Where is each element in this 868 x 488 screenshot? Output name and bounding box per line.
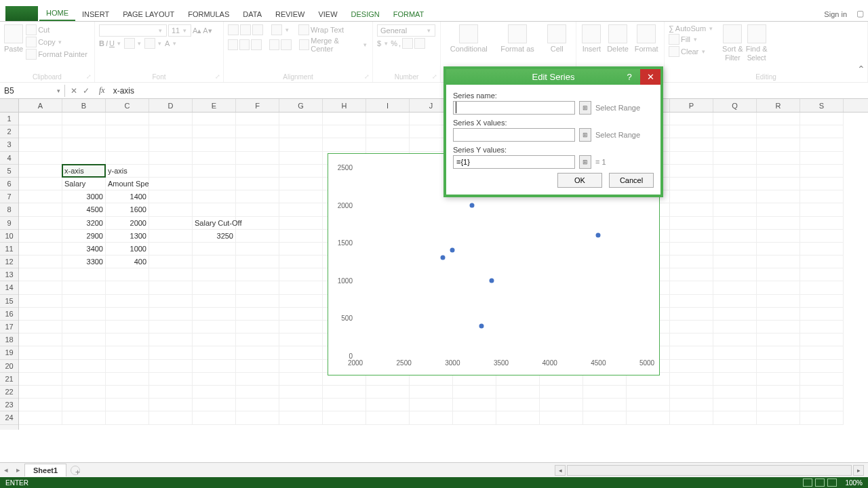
cell[interactable] [193, 243, 236, 256]
cell[interactable] [757, 152, 800, 165]
cell[interactable] [106, 333, 149, 346]
cell[interactable] [149, 243, 193, 256]
cancel-button[interactable]: Cancel [609, 173, 654, 188]
cell[interactable] [800, 178, 844, 190]
ok-button[interactable]: OK [557, 173, 602, 188]
border-button[interactable] [124, 38, 135, 49]
cell[interactable] [106, 346, 149, 359]
cell[interactable] [62, 113, 106, 125]
increase-font-icon[interactable]: A▴ [193, 26, 201, 35]
orientation-icon[interactable] [271, 24, 282, 35]
cell[interactable] [279, 190, 323, 203]
cell[interactable] [323, 113, 366, 125]
paste-button[interactable]: Paste [4, 45, 23, 53]
cell[interactable]: 3000 [62, 190, 106, 203]
cell[interactable] [279, 386, 323, 399]
cell[interactable] [106, 281, 149, 294]
cell[interactable] [62, 295, 106, 308]
font-size-combo[interactable]: 11▾ [168, 24, 191, 37]
cell[interactable] [236, 333, 279, 346]
cell[interactable] [106, 152, 149, 165]
cell[interactable] [323, 386, 366, 399]
find-select-button[interactable]: Find & [746, 45, 768, 53]
increase-decimal-icon[interactable] [402, 38, 413, 49]
decrease-decimal-icon[interactable] [414, 38, 425, 49]
chart-point[interactable] [450, 248, 455, 253]
cell[interactable] [279, 373, 323, 386]
cell[interactable] [757, 138, 800, 151]
cell[interactable]: 2900 [62, 230, 106, 243]
cell[interactable] [410, 411, 453, 424]
cell[interactable] [670, 281, 713, 294]
cell[interactable] [62, 321, 106, 333]
cell[interactable] [670, 125, 713, 138]
cell[interactable] [323, 411, 366, 424]
cell[interactable] [757, 411, 800, 424]
cell[interactable] [236, 268, 279, 281]
cell[interactable] [713, 256, 757, 268]
row-header[interactable]: 22 [0, 386, 18, 399]
cell[interactable] [366, 386, 410, 399]
cell[interactable] [757, 203, 800, 216]
row-header[interactable]: 15 [0, 295, 18, 308]
cell[interactable] [236, 308, 279, 321]
cell[interactable] [106, 360, 149, 373]
row-header[interactable]: 18 [0, 333, 18, 346]
underline-button[interactable]: U [109, 39, 115, 47]
cell[interactable] [193, 113, 236, 125]
cell[interactable] [236, 125, 279, 138]
row-header[interactable]: 7 [0, 190, 18, 203]
row-header[interactable]: 3 [0, 138, 18, 151]
comma-button[interactable]: , [399, 39, 401, 47]
format-painter-icon[interactable] [26, 49, 37, 60]
clear-icon[interactable] [669, 46, 679, 57]
cell[interactable] [757, 321, 800, 333]
cell[interactable] [453, 399, 496, 411]
cell[interactable] [193, 125, 236, 138]
cell[interactable] [583, 411, 627, 424]
cell[interactable] [670, 138, 713, 151]
cell[interactable] [670, 113, 713, 125]
cell[interactable] [149, 190, 193, 203]
cell[interactable] [279, 360, 323, 373]
cell[interactable] [713, 125, 757, 138]
cell[interactable] [106, 113, 149, 125]
cell[interactable] [800, 113, 844, 125]
cell[interactable] [279, 203, 323, 216]
insert-cells-icon[interactable] [582, 24, 601, 43]
cell[interactable] [279, 399, 323, 411]
column-header[interactable]: A [19, 99, 62, 112]
autosum-button[interactable]: ∑ [669, 24, 674, 33]
cell[interactable] [193, 321, 236, 333]
hscroll-track[interactable] [567, 465, 852, 476]
file-tab[interactable] [5, 6, 38, 21]
sheet-tab[interactable]: Sheet1 [24, 464, 66, 476]
series-name-range-picker[interactable]: ⊞ [579, 101, 591, 115]
cell[interactable] [627, 386, 670, 399]
cell[interactable] [106, 373, 149, 386]
cell[interactable] [757, 256, 800, 268]
cancel-entry-icon[interactable]: ✕ [71, 86, 77, 96]
cell[interactable]: 4500 [62, 203, 106, 216]
cell[interactable] [713, 281, 757, 294]
copy-icon[interactable] [26, 37, 37, 47]
font-name-combo[interactable]: ▾ [99, 24, 167, 37]
cell[interactable] [627, 399, 670, 411]
tab-page-layout[interactable]: PAGE LAYOUT [116, 7, 181, 21]
cell[interactable] [19, 295, 62, 308]
series-x-range-picker[interactable]: ⊞ [579, 128, 591, 142]
cell[interactable] [236, 281, 279, 294]
cell[interactable] [583, 399, 627, 411]
delete-cells-icon[interactable] [608, 24, 627, 43]
cell[interactable] [757, 190, 800, 203]
cell[interactable] [236, 138, 279, 151]
cell[interactable] [193, 138, 236, 151]
cell[interactable] [236, 230, 279, 243]
cell[interactable] [19, 256, 62, 268]
cell[interactable] [757, 386, 800, 399]
cell-styles-button[interactable]: Cell [551, 45, 564, 53]
cell[interactable] [713, 178, 757, 190]
cell[interactable] [800, 333, 844, 346]
cell[interactable] [800, 125, 844, 138]
cell[interactable] [670, 256, 713, 268]
